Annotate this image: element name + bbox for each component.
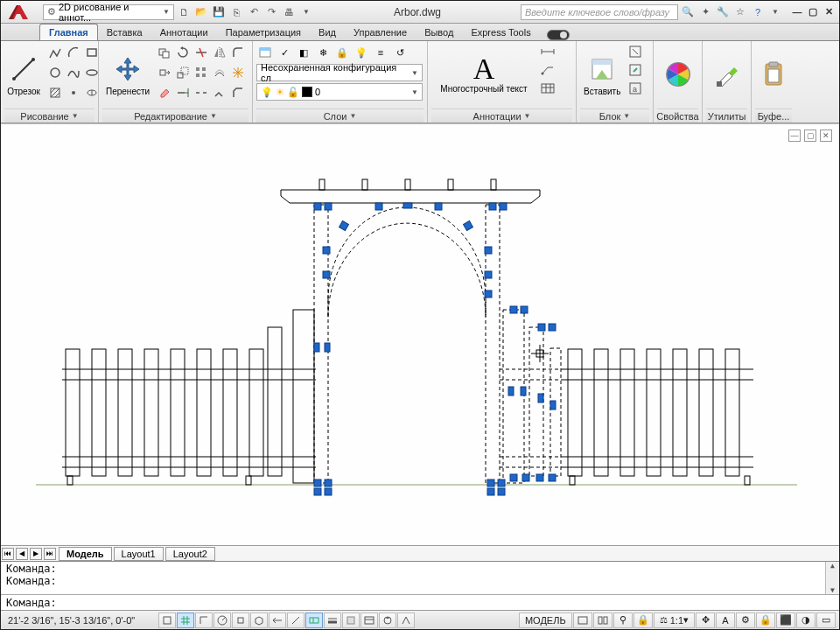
layer-iso-icon[interactable]: ◧ xyxy=(295,44,312,61)
table-icon[interactable] xyxy=(539,80,556,97)
print-icon[interactable]: 🖶 xyxy=(281,4,297,20)
exchange-icon[interactable]: ✦ xyxy=(697,4,713,20)
star-icon[interactable]: ☆ xyxy=(732,4,748,20)
close-button[interactable]: ✕ xyxy=(822,6,836,18)
layout-quick-icon[interactable] xyxy=(573,612,592,628)
new-icon[interactable]: 🗋 xyxy=(176,4,192,20)
scroll-up-icon[interactable]: ▲ xyxy=(830,562,835,570)
spline-icon[interactable] xyxy=(64,63,83,82)
join-icon[interactable] xyxy=(211,84,228,102)
lwt-toggle[interactable] xyxy=(324,612,341,628)
help-chevron-icon[interactable]: ▼ xyxy=(767,4,783,20)
layout-grid-icon[interactable] xyxy=(593,612,612,628)
rotate-icon[interactable] xyxy=(174,44,192,61)
copy-icon[interactable] xyxy=(156,44,173,61)
properties-button[interactable] xyxy=(661,43,696,106)
block-editor-icon[interactable] xyxy=(626,61,644,79)
mtext-button[interactable]: A Многострочный текст xyxy=(431,43,536,106)
workspace-switch-icon[interactable]: ⚙ xyxy=(736,612,755,628)
layer-off-icon[interactable]: 💡 xyxy=(353,44,370,61)
layer-match-icon[interactable]: ≡ xyxy=(372,44,389,61)
annotation-autoscale-icon[interactable]: A xyxy=(716,612,735,628)
save-icon[interactable]: 💾 xyxy=(211,4,227,20)
panel-block-title[interactable]: Блок▼ xyxy=(580,108,649,122)
annomonitor-icon[interactable]: ⚲ xyxy=(613,612,633,628)
minimize-button[interactable]: — xyxy=(790,6,804,18)
arc-icon[interactable] xyxy=(64,43,83,62)
tab-home[interactable]: Главная xyxy=(39,24,98,40)
tab-insert[interactable]: Вставка xyxy=(98,24,151,40)
annoscale-lock-icon[interactable]: 🔒 xyxy=(634,612,653,628)
maximize-button[interactable]: ▢ xyxy=(806,6,820,18)
tab-express[interactable]: Express Tools xyxy=(462,24,539,40)
point-icon[interactable] xyxy=(64,83,83,102)
search-input[interactable]: Введите ключевое слово/фразу xyxy=(521,4,678,20)
command-input[interactable]: Команда: xyxy=(1,594,839,610)
polar-toggle[interactable] xyxy=(214,612,231,628)
clean-screen-icon[interactable]: ▭ xyxy=(816,612,836,628)
search-icon[interactable]: 🔍 xyxy=(680,4,696,20)
ortho-toggle[interactable] xyxy=(195,612,213,628)
scroll-down-icon[interactable]: ▼ xyxy=(830,586,835,594)
move-button[interactable]: Перенести xyxy=(102,43,153,106)
panel-annotation-title[interactable]: Аннотации▼ xyxy=(431,108,572,122)
grid-toggle[interactable] xyxy=(177,612,194,628)
panel-modify-title[interactable]: Редактирование▼ xyxy=(102,108,248,122)
tab-view[interactable]: Вид xyxy=(310,24,345,40)
polyline-icon[interactable] xyxy=(46,43,65,62)
tpy-toggle[interactable] xyxy=(342,612,360,628)
tab-prev-icon[interactable]: ◀ xyxy=(16,548,28,560)
app-logo[interactable] xyxy=(4,4,32,21)
utilities-button[interactable] xyxy=(710,43,745,106)
tab-annotate[interactable]: Аннотации xyxy=(151,24,217,40)
tab-manage[interactable]: Управление xyxy=(345,24,416,40)
circle-icon[interactable] xyxy=(46,63,65,82)
toolbar-lock-icon[interactable]: 🔒 xyxy=(756,612,775,628)
panel-utilities-title[interactable]: Утилиты xyxy=(706,108,747,122)
annoscale-button[interactable]: ⚖ 1:1▾ xyxy=(654,612,695,628)
am-toggle[interactable] xyxy=(397,612,415,628)
3dosnap-toggle[interactable] xyxy=(250,612,268,628)
layer-state-combo[interactable]: Несохраненная конфигурация сл ▼ xyxy=(256,64,423,81)
panel-properties-title[interactable]: Свойства xyxy=(657,108,698,122)
panel-layers-title[interactable]: Слои▼ xyxy=(256,108,424,122)
line-button[interactable]: Отрезок xyxy=(4,43,43,106)
layer-prev-icon[interactable]: ↺ xyxy=(391,44,409,61)
tab-first-icon[interactable]: ⏮ xyxy=(2,548,14,560)
layer-prop-icon[interactable] xyxy=(256,44,274,61)
qat-chevron-icon[interactable]: ▼ xyxy=(298,4,314,20)
coordinates-readout[interactable]: 21'-2 3/16", 15'-3 13/16", 0'-0" xyxy=(1,615,158,626)
key-icon[interactable]: 🔧 xyxy=(715,4,731,20)
layer-freeze-icon[interactable]: ❄ xyxy=(314,44,332,61)
chamfer-icon[interactable] xyxy=(229,84,247,102)
sheet-tab-model[interactable]: Модель xyxy=(59,547,112,561)
mirror-icon[interactable] xyxy=(211,44,228,61)
sheet-tab-layout1[interactable]: Layout1 xyxy=(114,547,164,561)
explode-icon[interactable] xyxy=(229,64,247,81)
trim-icon[interactable] xyxy=(192,44,210,61)
open-icon[interactable]: 📂 xyxy=(193,4,209,20)
tab-next-icon[interactable]: ▶ xyxy=(30,548,42,560)
layer-states-icon[interactable]: ✓ xyxy=(276,44,293,61)
hatch-icon[interactable] xyxy=(46,83,65,102)
tab-last-icon[interactable]: ⏭ xyxy=(44,548,56,560)
model-canvas[interactable] xyxy=(1,124,839,536)
ribbon-toggle[interactable] xyxy=(547,30,570,40)
array-icon[interactable] xyxy=(192,64,210,81)
hardware-accel-icon[interactable]: ⬛ xyxy=(776,612,795,628)
osnap-toggle[interactable] xyxy=(232,612,249,628)
tab-parametric[interactable]: Параметризация xyxy=(217,24,310,40)
scale-icon[interactable] xyxy=(174,64,192,81)
sc-toggle[interactable] xyxy=(379,612,396,628)
fillet-icon[interactable] xyxy=(229,44,247,61)
create-block-icon[interactable] xyxy=(626,43,644,60)
dim-linear-icon[interactable] xyxy=(539,43,556,60)
panel-clipboard-title[interactable]: Буфе... xyxy=(755,108,792,122)
redo-icon[interactable]: ↷ xyxy=(263,4,279,20)
annotation-visibility-icon[interactable]: ✥ xyxy=(696,612,715,628)
sheet-tab-layout2[interactable]: Layout2 xyxy=(165,547,215,561)
dyn-toggle[interactable] xyxy=(305,612,323,628)
break-icon[interactable] xyxy=(192,84,210,102)
block-attr-icon[interactable]: a xyxy=(626,80,644,97)
insert-block-button[interactable]: Вставить xyxy=(580,43,624,106)
